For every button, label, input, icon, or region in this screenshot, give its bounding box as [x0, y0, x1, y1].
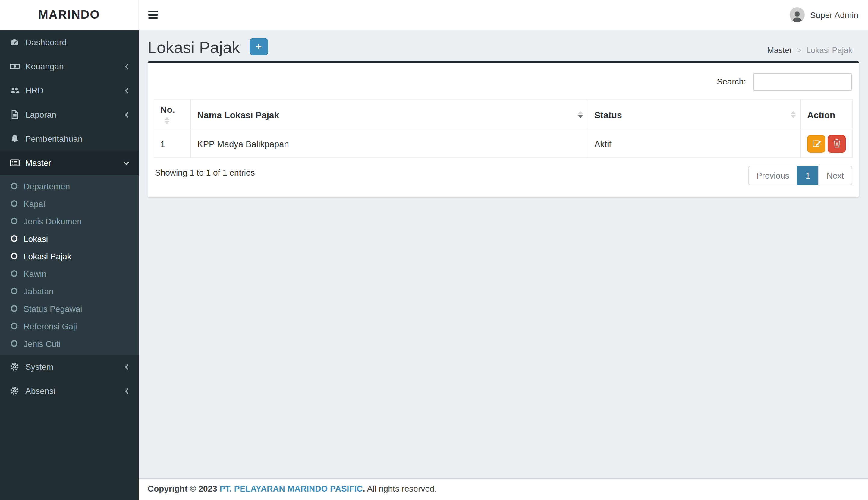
document-icon [9, 110, 20, 120]
list-icon [9, 158, 20, 168]
sidebar-item-label: Master [25, 158, 51, 168]
sidebar-item-label: System [25, 362, 53, 372]
gear-icon [9, 362, 20, 372]
sidebar-subitem-departemen[interactable]: Departemen [0, 177, 139, 195]
sort-icon [164, 117, 170, 124]
chevron-left-icon [124, 87, 130, 94]
users-icon [9, 86, 20, 95]
sidebar-subitem-kapal[interactable]: Kapal [0, 195, 139, 212]
circle-icon [11, 200, 18, 207]
circle-icon [11, 183, 18, 189]
content-header: Lokasi Pajak + Master > Lokasi Pajak [139, 30, 868, 57]
pagination-previous[interactable]: Previous [748, 166, 798, 185]
sort-desc-icon [578, 111, 583, 118]
circle-icon [11, 340, 18, 347]
chevron-left-icon [124, 387, 130, 394]
sidebar-menu: Dashboard Keuangan HRD Lap [0, 30, 139, 403]
money-icon [9, 61, 20, 71]
sidebar-item-system[interactable]: System [0, 355, 139, 379]
sidebar-subitem-status-pegawai[interactable]: Status Pegawai [0, 300, 139, 317]
app-root: MARINDO Super Admin Dashboard [0, 0, 868, 500]
gear-icon [9, 386, 20, 396]
search-label: Search: [717, 77, 746, 86]
footer: Copyright © 2023 PT. PELAYARAN MARINDO P… [139, 478, 868, 500]
hamburger-icon [148, 11, 158, 12]
chevron-left-icon [124, 111, 130, 118]
delete-icon [833, 138, 841, 149]
sidebar-subitem-referensi-gaji[interactable]: Referensi Gaji [0, 317, 139, 335]
sidebar-subitem-jenis-cuti[interactable]: Jenis Cuti [0, 335, 139, 352]
sidebar-item-label: Dashboard [25, 37, 67, 47]
table-info: Showing 1 to 1 of 1 entries [155, 168, 255, 177]
cell-action [801, 130, 853, 158]
column-header-action: Action [801, 99, 853, 130]
table-row: 1 KPP Madya Balikpapan Aktif [154, 130, 853, 158]
sidebar-item-label: HRD [25, 86, 44, 95]
cell-nama: KPP Madya Balikpapan [191, 130, 588, 158]
cell-no: 1 [154, 130, 191, 158]
top-navbar: MARINDO Super Admin [0, 0, 868, 30]
column-header-nama-lokasi-pajak[interactable]: Nama Lokasi Pajak [191, 99, 588, 130]
footer-rights: All rights reserved. [367, 484, 437, 493]
edit-icon [812, 138, 821, 149]
sidebar-item-label: Keuangan [25, 61, 64, 71]
sidebar-item-master[interactable]: Master [0, 151, 139, 175]
circle-icon [11, 235, 18, 242]
bell-icon [9, 134, 20, 144]
cell-status: Aktif [588, 130, 801, 158]
breadcrumb-current: Lokasi Pajak [806, 46, 852, 55]
sidebar-item-keuangan[interactable]: Keuangan [0, 54, 139, 78]
sidebar-subitem-lokasi[interactable]: Lokasi [0, 230, 139, 247]
column-header-no[interactable]: No. [154, 99, 191, 130]
sidebar-toggle-button[interactable] [139, 5, 167, 25]
circle-icon [11, 218, 18, 224]
page-title: Lokasi Pajak [148, 38, 240, 57]
circle-icon [11, 323, 18, 329]
sidebar-subitem-jenis-dokumen[interactable]: Jenis Dokumen [0, 212, 139, 230]
breadcrumb: Master > Lokasi Pajak [767, 46, 852, 55]
sidebar-subitem-lokasi-pajak[interactable]: Lokasi Pajak [0, 247, 139, 265]
table-footer: Showing 1 to 1 of 1 entries Previous 1 N… [154, 158, 853, 191]
circle-icon [11, 305, 18, 312]
sidebar-subitem-kawin[interactable]: Kawin [0, 265, 139, 282]
breadcrumb-separator: > [797, 46, 802, 55]
sidebar-item-label: Laporan [25, 110, 56, 120]
chevron-left-icon [124, 63, 130, 70]
sidebar-item-hrd[interactable]: HRD [0, 78, 139, 103]
footer-copyright: Copyright © 2023 [148, 484, 217, 493]
content: Lokasi Pajak + Master > Lokasi Pajak Sea… [139, 30, 868, 478]
sidebar: Dashboard Keuangan HRD Lap [0, 30, 139, 500]
column-header-status[interactable]: Status [588, 99, 801, 130]
footer-company-link[interactable]: PT. PELAYARAN MARINDO PASIFIC [219, 484, 362, 493]
sidebar-item-pemberitahuan[interactable]: Pemberitahuan [0, 127, 139, 151]
data-card: Search: No. Nama Lokasi Pajak Status [148, 61, 859, 197]
breadcrumb-master[interactable]: Master [767, 46, 792, 55]
pagination-page-1[interactable]: 1 [797, 166, 819, 185]
chevron-left-icon [124, 363, 130, 370]
search-input[interactable] [753, 73, 852, 91]
sidebar-item-laporan[interactable]: Laporan [0, 103, 139, 127]
sort-icon [791, 111, 796, 118]
pagination-next[interactable]: Next [818, 166, 852, 185]
user-name: Super Admin [810, 10, 858, 20]
edit-button[interactable] [807, 135, 825, 152]
sidebar-subitem-jabatan[interactable]: Jabatan [0, 282, 139, 300]
avatar [790, 7, 805, 22]
chevron-down-icon [123, 160, 130, 166]
sidebar-item-label: Absensi [25, 386, 56, 396]
navbar-main: Super Admin [139, 0, 868, 30]
dashboard-icon [9, 37, 20, 47]
sidebar-item-absensi[interactable]: Absensi [0, 379, 139, 403]
add-button[interactable]: + [249, 38, 268, 56]
search-row: Search: [154, 73, 852, 91]
brand-logo[interactable]: MARINDO [0, 0, 139, 30]
footer-period: . [363, 484, 365, 493]
data-table: No. Nama Lokasi Pajak Status Action 1 [154, 99, 853, 158]
circle-icon [11, 270, 18, 277]
circle-icon [11, 253, 18, 259]
sidebar-item-dashboard[interactable]: Dashboard [0, 30, 139, 54]
sidebar-treeview-master: Master Departemen Kapal Jenis Dokumen Lo… [0, 151, 139, 355]
user-menu[interactable]: Super Admin [780, 0, 868, 30]
delete-button[interactable] [828, 135, 846, 152]
master-submenu: Departemen Kapal Jenis Dokumen Lokasi Lo… [0, 175, 139, 355]
